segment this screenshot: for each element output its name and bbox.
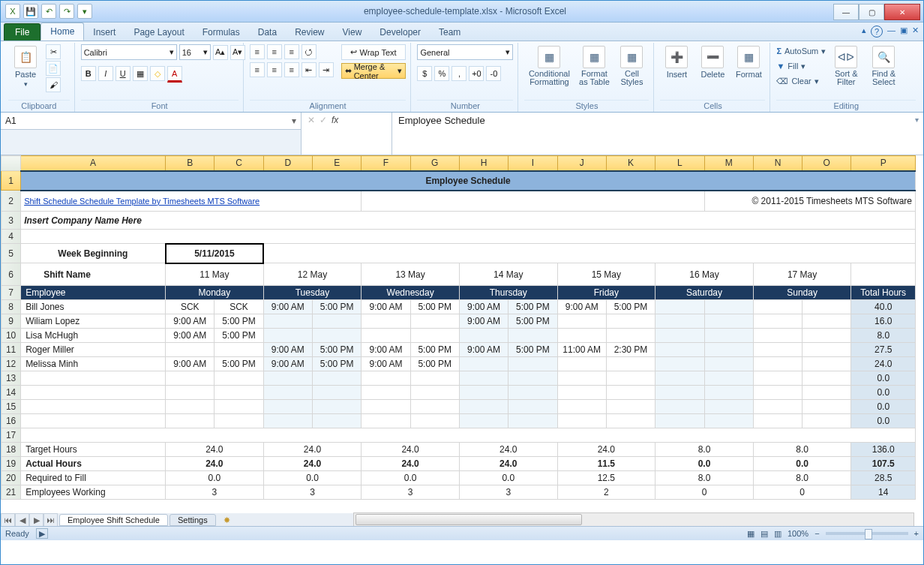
- cell[interactable]: Monday: [166, 286, 264, 300]
- cell[interactable]: 8.0: [656, 443, 754, 457]
- cell[interactable]: 9:00 AM: [166, 314, 214, 329]
- cell[interactable]: 2: [557, 485, 656, 500]
- cell[interactable]: 5:00 PM: [508, 300, 557, 314]
- cell[interactable]: 9:00 AM: [263, 343, 312, 357]
- rowhdr-11[interactable]: 11: [2, 343, 21, 357]
- border-button[interactable]: ▦: [133, 66, 148, 81]
- cell[interactable]: 0.0: [851, 371, 916, 386]
- tab-view[interactable]: View: [334, 24, 371, 41]
- rowhdr-18[interactable]: 18: [2, 443, 21, 457]
- cell[interactable]: Required to Fill: [21, 471, 166, 485]
- cell[interactable]: 3: [263, 485, 362, 500]
- redo-icon[interactable]: ↷: [59, 4, 74, 19]
- find-select-button[interactable]: 🔍Find & Select: [866, 44, 901, 88]
- cell[interactable]: 9:00 AM: [459, 314, 508, 329]
- colhdr-I[interactable]: I: [508, 156, 557, 171]
- colhdr-L[interactable]: L: [656, 156, 704, 171]
- cell[interactable]: 8.0: [753, 443, 851, 457]
- percent-button[interactable]: %: [434, 66, 449, 81]
- cell[interactable]: 24.0: [263, 443, 362, 457]
- cell[interactable]: Employee Schedule: [21, 171, 916, 191]
- cell[interactable]: [753, 386, 802, 400]
- cell[interactable]: [656, 386, 704, 400]
- qat-customize-icon[interactable]: ▾: [77, 4, 92, 19]
- sheet-nav-last[interactable]: ⏭: [44, 513, 58, 527]
- wrap-text-button[interactable]: ↩Wrap Text: [341, 44, 406, 60]
- cell[interactable]: [508, 329, 557, 343]
- cell[interactable]: Employee: [21, 286, 166, 300]
- colhdr-N[interactable]: N: [753, 156, 802, 171]
- select-all-button[interactable]: [2, 156, 21, 171]
- cell[interactable]: 0.0: [753, 457, 851, 471]
- cell[interactable]: [313, 414, 362, 428]
- cell[interactable]: 24.0: [459, 457, 557, 471]
- cell[interactable]: [508, 400, 557, 414]
- tab-insert[interactable]: Insert: [84, 24, 124, 41]
- cell[interactable]: [606, 414, 655, 428]
- cell[interactable]: [753, 400, 802, 414]
- cell[interactable]: [557, 386, 606, 400]
- cell[interactable]: Sunday: [753, 286, 851, 300]
- new-sheet-button[interactable]: ✸: [219, 514, 236, 526]
- rowhdr-17[interactable]: 17: [2, 428, 21, 443]
- cell[interactable]: 5:00 PM: [410, 300, 459, 314]
- cell[interactable]: [410, 386, 459, 400]
- cell[interactable]: [753, 343, 802, 357]
- colhdr-D[interactable]: D: [263, 156, 312, 171]
- increase-indent-button[interactable]: ⇥: [319, 62, 334, 77]
- cell[interactable]: 5:00 PM: [313, 357, 362, 371]
- cell[interactable]: 5:00 PM: [313, 343, 362, 357]
- cell[interactable]: [21, 414, 166, 428]
- cell[interactable]: [802, 329, 851, 343]
- align-middle-button[interactable]: ≡: [267, 44, 282, 59]
- cell[interactable]: [362, 329, 410, 343]
- cell[interactable]: Shift Schedule Schedule Template by Time…: [21, 191, 362, 212]
- cell-styles-button[interactable]: ▦Cell Styles: [614, 44, 649, 88]
- cell[interactable]: [802, 343, 851, 357]
- cell[interactable]: [410, 414, 459, 428]
- sheet-nav-first[interactable]: ⏮: [1, 513, 15, 527]
- cell[interactable]: 0.0: [459, 471, 557, 485]
- colhdr-E[interactable]: E: [313, 156, 362, 171]
- cell[interactable]: [459, 329, 508, 343]
- cell[interactable]: © 2011-2015 Timesheets MTS Software: [704, 191, 916, 212]
- rowhdr-12[interactable]: 12: [2, 357, 21, 371]
- cell[interactable]: 5:00 PM: [606, 300, 655, 314]
- rowhdr-8[interactable]: 8: [2, 300, 21, 314]
- cell[interactable]: [656, 371, 704, 386]
- cell[interactable]: [313, 314, 362, 329]
- cell[interactable]: [606, 314, 655, 329]
- cell[interactable]: 8.0: [753, 471, 851, 485]
- rowhdr-7[interactable]: 7: [2, 286, 21, 300]
- colhdr-A[interactable]: A: [21, 156, 166, 171]
- cell[interactable]: 2:30 PM: [606, 343, 655, 357]
- tab-developer[interactable]: Developer: [370, 24, 430, 41]
- cell[interactable]: 11:00 AM: [557, 343, 606, 357]
- cell[interactable]: Actual Hours: [21, 457, 166, 471]
- rowhdr-20[interactable]: 20: [2, 471, 21, 485]
- minimize-ribbon-icon[interactable]: ▴: [862, 26, 866, 38]
- cell[interactable]: [313, 329, 362, 343]
- align-bottom-button[interactable]: ≡: [284, 44, 299, 59]
- cell[interactable]: [21, 428, 916, 443]
- cell[interactable]: [508, 414, 557, 428]
- cell[interactable]: [21, 400, 166, 414]
- cell[interactable]: [802, 386, 851, 400]
- minimize-button[interactable]: —: [833, 4, 859, 20]
- workbook-restore-icon[interactable]: ▣: [900, 26, 908, 38]
- cell[interactable]: 8.0: [851, 329, 916, 343]
- macro-record-icon[interactable]: ▶: [36, 528, 48, 539]
- cell[interactable]: 9:00 AM: [459, 300, 508, 314]
- cell[interactable]: 28.5: [851, 471, 916, 485]
- cell[interactable]: [656, 400, 704, 414]
- delete-cells-button[interactable]: ➖Delete: [696, 44, 729, 80]
- sheet-nav-prev[interactable]: ◀: [15, 513, 29, 527]
- cell[interactable]: [606, 400, 655, 414]
- zoom-in-button[interactable]: +: [914, 529, 919, 538]
- tab-home[interactable]: Home: [40, 23, 84, 41]
- tab-review[interactable]: Review: [286, 24, 333, 41]
- cell[interactable]: [753, 414, 802, 428]
- colhdr-J[interactable]: J: [557, 156, 606, 171]
- zoom-slider[interactable]: [826, 532, 908, 535]
- cell[interactable]: [459, 414, 508, 428]
